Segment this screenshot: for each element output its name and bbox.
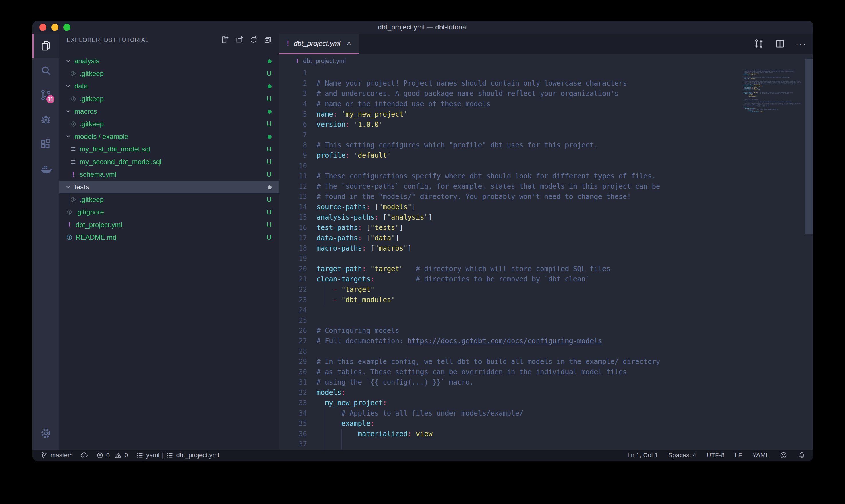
tree-item-my-first-dbt-model-sql[interactable]: my_first_dbt_model.sqlU: [59, 143, 279, 156]
code-line-24[interactable]: 24: [279, 305, 813, 315]
code-line-33[interactable]: 33 my_new_project:: [279, 398, 813, 408]
code-line-8[interactable]: 8# This setting configures which "profil…: [279, 140, 813, 150]
code-line-19[interactable]: 19: [279, 253, 813, 264]
tree-item-macros[interactable]: macros: [59, 105, 279, 118]
zoom-window-button[interactable]: [63, 24, 70, 31]
code-line-14[interactable]: 14source-paths: ["models"]: [279, 202, 813, 212]
feedback-smiley-icon[interactable]: [779, 451, 787, 459]
notifications-bell-icon[interactable]: [798, 451, 806, 459]
tree-item-models-example[interactable]: models / example: [59, 130, 279, 143]
code-line-36[interactable]: 36 materialized: view: [279, 429, 813, 439]
code-line-3[interactable]: 3# and underscores. A good package name …: [279, 89, 813, 99]
code-line-35[interactable]: 35 example:: [279, 418, 813, 429]
chevron-down-icon: [65, 83, 72, 89]
activity-docker[interactable]: [32, 157, 59, 181]
tree-item-analysis[interactable]: analysis: [59, 55, 279, 67]
tree-item-label: data: [74, 82, 88, 90]
code-line-26[interactable]: 26# Configuring models: [279, 326, 813, 336]
line-number: 23: [279, 295, 307, 305]
code-editor[interactable]: 12# Name your project! Project names sho…: [279, 68, 813, 450]
tree-item--gitkeep[interactable]: .gitkeepU: [59, 193, 279, 206]
code-line-7[interactable]: 7: [279, 130, 813, 140]
close-tab-icon[interactable]: ×: [347, 39, 351, 48]
sync-changes-button[interactable]: [80, 451, 88, 459]
code-line-27[interactable]: 27# Full documentation: https://docs.get…: [279, 336, 813, 346]
git-branch-status[interactable]: master*: [40, 452, 72, 459]
cursor-position[interactable]: Ln 1, Col 1: [627, 452, 658, 459]
explorer-header: EXPLORER: DBT-TUTORIAL: [59, 34, 279, 46]
problems-status[interactable]: 0 0: [96, 452, 128, 459]
collapse-all-icon[interactable]: [263, 35, 273, 45]
code-line-5[interactable]: 5name: 'my_new_project': [279, 109, 813, 120]
tree-item-label: .gitkeep: [79, 70, 104, 78]
line-number: 8: [279, 140, 307, 150]
language-mode[interactable]: YAML: [753, 452, 769, 459]
code-line-2[interactable]: 2# Name your project! Project names shou…: [279, 78, 813, 89]
screenshot-stage: dbt_project.yml — dbt-tutorial 11: [0, 0, 845, 504]
refresh-icon[interactable]: [249, 35, 258, 45]
new-folder-icon[interactable]: [234, 35, 244, 45]
tree-item-label: dbt_project.yml: [76, 221, 122, 229]
code-line-29[interactable]: 29# In this example config, we tell dbt …: [279, 357, 813, 367]
code-line-22[interactable]: 22 - "target": [279, 284, 813, 295]
activity-extensions[interactable]: [32, 132, 59, 157]
code-line-12[interactable]: 12# The `source-paths` config, for examp…: [279, 181, 813, 192]
code-line-18[interactable]: 18macro-paths: ["macros"]: [279, 243, 813, 253]
code-line-25[interactable]: 25: [279, 315, 813, 326]
code-line-32[interactable]: 32models:: [279, 388, 813, 398]
editor-scrollbar-thumb[interactable]: [805, 59, 813, 234]
activity-source-control[interactable]: 11: [32, 83, 59, 107]
minimize-window-button[interactable]: [51, 24, 58, 31]
split-editor-icon[interactable]: [774, 38, 786, 50]
tree-item-my-second-dbt-model-sql[interactable]: my_second_dbt_model.sqlU: [59, 156, 279, 168]
activity-search[interactable]: [32, 58, 59, 83]
code-line-17[interactable]: 17data-paths: ["data"]: [279, 233, 813, 243]
activity-explorer[interactable]: [32, 34, 59, 58]
tab-dbt-project-yml[interactable]: ! dbt_project.yml ×: [279, 34, 359, 54]
code-line-1[interactable]: 1: [279, 68, 813, 78]
encoding-setting[interactable]: UTF-8: [707, 452, 724, 459]
new-file-icon[interactable]: [220, 35, 230, 45]
git-status-badge: U: [267, 158, 272, 166]
code-line-11[interactable]: 11# These configurations specify where d…: [279, 171, 813, 181]
minimap[interactable]: # Name your project! Project names shoul…: [744, 69, 805, 269]
code-line-30[interactable]: 30# as tables. These settings can be ove…: [279, 367, 813, 377]
code-line-21[interactable]: 21clean-targets: # directories to be rem…: [279, 274, 813, 284]
code-line-20[interactable]: 20target-path: "target" # directory whic…: [279, 264, 813, 274]
code-line-13[interactable]: 13# found in the "models/" directory. Yo…: [279, 192, 813, 202]
code-line-9[interactable]: 9profile: 'default': [279, 150, 813, 161]
code-line-23[interactable]: 23 - "dbt_modules": [279, 295, 813, 305]
git-file-icon: [70, 196, 77, 203]
code-line-31[interactable]: 31# using the `{{ config(...) }}` macro.: [279, 377, 813, 388]
close-window-button[interactable]: [39, 24, 47, 31]
indentation-setting[interactable]: Spaces: 4: [668, 452, 696, 459]
code-line-6[interactable]: 6version: '1.0.0': [279, 120, 813, 130]
tree-item-tests[interactable]: tests: [59, 181, 279, 193]
tree-item-dbt-project-yml[interactable]: !dbt_project.ymlU: [59, 218, 279, 231]
tree-item--gitkeep[interactable]: .gitkeepU: [59, 92, 279, 105]
tree-item-readme-md[interactable]: README.mdU: [59, 231, 279, 244]
activity-settings[interactable]: [32, 421, 59, 446]
activity-debug[interactable]: [32, 107, 59, 132]
more-actions-icon[interactable]: ···: [795, 38, 807, 50]
breadcrumb-file[interactable]: dbt_project.yml: [303, 57, 346, 65]
window-title: dbt_project.yml — dbt-tutorial: [378, 23, 467, 31]
linter-status-yaml[interactable]: yaml | dbt_project.yml: [136, 452, 219, 459]
code-line-34[interactable]: 34 # Applies to all files under models/e…: [279, 408, 813, 418]
git-file-icon: [66, 209, 73, 216]
line-number: 15: [279, 212, 307, 222]
tree-item--gitkeep[interactable]: .gitkeepU: [59, 118, 279, 130]
code-line-15[interactable]: 15analysis-paths: ["analysis"]: [279, 212, 813, 222]
breadcrumb[interactable]: ! dbt_project.yml: [279, 54, 813, 68]
eol-setting[interactable]: LF: [735, 452, 742, 459]
tree-item--gitignore[interactable]: .gitignoreU: [59, 206, 279, 218]
code-line-10[interactable]: 10: [279, 161, 813, 171]
tree-item-schema-yml[interactable]: !schema.ymlU: [59, 168, 279, 181]
code-line-37[interactable]: 37: [279, 439, 813, 449]
tree-item--gitkeep[interactable]: .gitkeepU: [59, 67, 279, 80]
open-changes-icon[interactable]: [753, 38, 765, 50]
code-line-28[interactable]: 28: [279, 346, 813, 357]
code-line-16[interactable]: 16test-paths: ["tests"]: [279, 222, 813, 233]
tree-item-data[interactable]: data: [59, 80, 279, 92]
code-line-4[interactable]: 4# name or the intended use of these mod…: [279, 99, 813, 109]
